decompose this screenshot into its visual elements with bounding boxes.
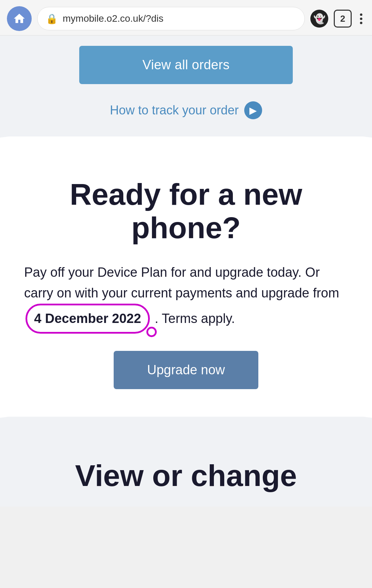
track-order-link[interactable]: How to track your order ▶	[110, 101, 262, 119]
new-phone-body-text: Pay off your Device Plan for and upgrade…	[24, 262, 348, 334]
track-order-arrow-icon: ▶	[244, 101, 262, 119]
tab-count-button[interactable]: 2	[334, 10, 352, 28]
orders-section: View all orders How to track your order …	[0, 36, 372, 136]
address-bar[interactable]: 🔒 mymobile.o2.co.uk/?dis	[37, 7, 305, 30]
home-button[interactable]	[7, 6, 32, 31]
browser-chrome: 🔒 mymobile.o2.co.uk/?dis 👻 2	[0, 0, 372, 36]
new-phone-section: Ready for a new phone? Pay off your Devi…	[0, 157, 372, 417]
section-divider-bottom	[0, 417, 372, 437]
upgrade-now-button[interactable]: Upgrade now	[114, 351, 258, 389]
view-change-title: View or change	[24, 458, 348, 493]
date-annotation: 4 December 2022	[25, 304, 150, 334]
dot-1	[360, 13, 362, 16]
dot-2	[360, 18, 362, 20]
dot-3	[360, 22, 362, 24]
section-divider-top	[0, 136, 372, 157]
ghostery-symbol: 👻	[313, 13, 326, 24]
ghostery-icon[interactable]: 👻	[310, 10, 328, 28]
view-change-section: View or change	[0, 437, 372, 507]
lock-icon: 🔒	[46, 13, 58, 24]
url-text: mymobile.o2.co.uk/?dis	[63, 13, 296, 24]
new-phone-title: Ready for a new phone?	[24, 178, 348, 245]
view-orders-button[interactable]: View all orders	[79, 46, 293, 84]
page-content: View all orders How to track your order …	[0, 36, 372, 507]
track-order-label: How to track your order	[110, 103, 239, 118]
menu-button[interactable]	[357, 11, 365, 27]
